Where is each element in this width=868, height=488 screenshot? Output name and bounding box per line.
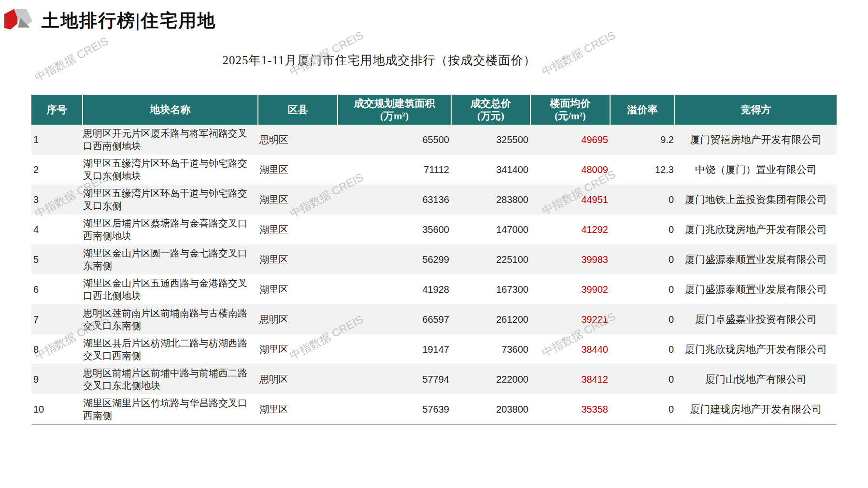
cell-total-price: 225100 — [452, 254, 531, 265]
cell-total-price: 147000 — [452, 224, 531, 235]
cell-winner: 厦门卓盛嘉业投资有限公司 — [675, 313, 837, 326]
cell-district: 思明区 — [258, 133, 338, 146]
cell-index: 8 — [31, 344, 83, 355]
cell-total-price: 341400 — [452, 164, 531, 175]
cell-district: 湖里区 — [258, 223, 338, 236]
cell-area: 35600 — [338, 224, 452, 235]
watermark: 中指数据 CREIS — [539, 21, 631, 79]
cell-area: 19147 — [338, 344, 452, 355]
watermark: 中指数据 CREIS — [287, 21, 379, 79]
table-body: 1 思明区开元片区厦禾路与将军祠路交叉口西南侧地块 思明区 65500 3255… — [31, 125, 837, 425]
cell-index: 6 — [31, 284, 83, 295]
column-header-unit: (元/m²) — [555, 110, 586, 122]
cell-index: 9 — [31, 374, 83, 385]
cell-district: 湖里区 — [258, 193, 338, 206]
table-subtitle: 2025年1-11月厦门市住宅用地成交排行（按成交楼面价） — [31, 52, 727, 68]
cell-plot-name: 湖里区金山片区五通西路与金港路交叉口西北侧地块 — [83, 277, 258, 302]
creis-logo — [4, 8, 35, 33]
cell-winner: 厦门贸禧房地产开发有限公司 — [675, 133, 837, 146]
column-header-label: 竞得方 — [741, 103, 771, 116]
cell-district: 思明区 — [258, 313, 338, 326]
cell-index: 7 — [31, 314, 83, 325]
cell-plot-name: 湖里区后埔片区蔡塘路与金喜路交叉口西南侧地块 — [83, 217, 258, 243]
cell-winner: 厦门兆欣珑房地产开发有限公司 — [675, 223, 837, 236]
cell-area: 57794 — [338, 374, 452, 385]
cell-premium-rate: 0 — [611, 374, 675, 385]
table-row: 4 湖里区后埔片区蔡塘路与金喜路交叉口西南侧地块 湖里区 35600 14700… — [31, 215, 837, 244]
cell-area: 63136 — [338, 194, 452, 205]
cell-district: 湖里区 — [258, 343, 338, 356]
column-header-plot-name: 地块名称 — [83, 95, 258, 125]
cell-plot-name: 湖里区五缘湾片区环岛干道与钟宅路交叉口东侧地块 — [83, 157, 258, 183]
logo-shapes-icon — [4, 8, 35, 31]
page-title: 土地排行榜|住宅用地 — [42, 9, 216, 33]
cell-total-price: 261200 — [452, 314, 531, 325]
cell-index: 5 — [31, 254, 83, 265]
cell-plot-name: 湖里区金山片区圆一路与金七路交叉口东南侧 — [83, 247, 258, 273]
cell-premium-rate: 0 — [611, 404, 675, 415]
cell-winner: 厦门地铁上盖投资集团有限公司 — [675, 193, 837, 206]
cell-premium-rate: 0 — [611, 284, 675, 295]
cell-district: 思明区 — [258, 373, 338, 386]
cell-floor-price: 38440 — [531, 344, 611, 355]
cell-winner: 厦门建珑房地产开发有限公司 — [675, 402, 837, 416]
table-row: 2 湖里区五缘湾片区环岛干道与钟宅路交叉口东侧地块 湖里区 71112 3414… — [31, 155, 837, 185]
land-ranking-table: 序号 地块名称 区县 成交规划建筑面积 (万m²) 成交总价 (万元) 楼面均价… — [31, 95, 837, 425]
table-row: 7 思明区莲前南片区前埔南路与古楼南路交叉口东南侧 思明区 66597 2612… — [31, 304, 837, 334]
cell-district: 湖里区 — [258, 163, 338, 176]
column-header-label: 楼面均价 — [550, 97, 591, 110]
cell-area: 65500 — [338, 134, 452, 145]
cell-floor-price: 44951 — [531, 194, 611, 205]
cell-index: 3 — [31, 194, 83, 205]
table-row: 8 湖里区县后片区枋湖北二路与枋湖西路交叉口西南侧 湖里区 19147 7360… — [31, 334, 837, 364]
cell-premium-rate: 0 — [611, 314, 675, 325]
table-row: 3 湖里区五缘湾片区环岛干道与钟宅路交叉口东侧 湖里区 63136 283800… — [31, 185, 837, 215]
cell-area: 41928 — [338, 284, 452, 295]
cell-area: 57639 — [338, 404, 452, 415]
cell-floor-price: 39983 — [531, 254, 611, 265]
cell-premium-rate: 12.3 — [611, 164, 675, 175]
column-header-winner: 竞得方 — [675, 95, 837, 125]
cell-floor-price: 39902 — [531, 284, 611, 295]
cell-area: 66597 — [338, 314, 452, 325]
column-header-area: 成交规划建筑面积 (万m²) — [338, 95, 452, 125]
column-header-index: 序号 — [31, 95, 83, 125]
cell-total-price: 283800 — [452, 194, 531, 205]
cell-district: 湖里区 — [258, 403, 338, 416]
cell-premium-rate: 0 — [611, 254, 675, 265]
column-header-label: 溢价率 — [627, 103, 658, 116]
cell-total-price: 325500 — [452, 134, 531, 145]
column-header-label: 成交总价 — [470, 97, 511, 110]
cell-floor-price: 35358 — [531, 404, 611, 415]
report-slide: 土地排行榜|住宅用地 2025年1-11月厦门市住宅用地成交排行（按成交楼面价）… — [0, 0, 868, 488]
cell-total-price: 167300 — [452, 284, 531, 295]
cell-floor-price: 38412 — [531, 374, 611, 385]
cell-total-price: 203800 — [452, 404, 531, 415]
cell-area: 56299 — [338, 254, 452, 265]
cell-plot-name: 湖里区县后片区枋湖北二路与枋湖西路交叉口西南侧 — [83, 337, 258, 362]
column-header-district: 区县 — [258, 95, 338, 125]
cell-plot-name: 思明区开元片区厦禾路与将军祠路交叉口西南侧地块 — [83, 127, 258, 153]
column-header-premium-rate: 溢价率 — [611, 95, 675, 125]
cell-floor-price: 49695 — [531, 134, 611, 145]
column-header-label: 地块名称 — [150, 103, 191, 116]
cell-floor-price: 39221 — [531, 314, 611, 325]
cell-district: 湖里区 — [258, 283, 338, 296]
table-row: 1 思明区开元片区厦禾路与将军祠路交叉口西南侧地块 思明区 65500 3255… — [31, 125, 837, 155]
cell-plot-name: 思明区莲前南片区前埔南路与古楼南路交叉口东南侧 — [83, 307, 258, 332]
cell-floor-price: 48009 — [531, 164, 611, 175]
cell-plot-name: 湖里区五缘湾片区环岛干道与钟宅路交叉口东侧 — [83, 187, 258, 213]
cell-plot-name: 湖里区湖里片区竹坑路与华昌路交叉口西南侧 — [83, 397, 258, 422]
cell-winner: 厦门盛源泰顺置业发展有限公司 — [675, 253, 837, 266]
column-header-label: 区县 — [288, 103, 308, 116]
column-header-total-price: 成交总价 (万元) — [452, 95, 531, 125]
cell-plot-name: 思明区前埔片区前埔中路与前埔西二路交叉口东北侧地块 — [83, 367, 258, 392]
cell-winner: 厦门山悦地产有限公司 — [675, 373, 837, 386]
table-row: 10 湖里区湖里片区竹坑路与华昌路交叉口西南侧 湖里区 57639 203800… — [31, 394, 837, 424]
table-row: 9 思明区前埔片区前埔中路与前埔西二路交叉口东北侧地块 思明区 57794 22… — [31, 364, 837, 394]
cell-premium-rate: 0 — [611, 224, 675, 235]
cell-winner: 中饶（厦门）置业有限公司 — [675, 163, 837, 176]
cell-district: 湖里区 — [258, 253, 338, 266]
column-header-unit: (万m²) — [380, 110, 409, 122]
column-header-label: 成交规划建筑面积 — [354, 97, 435, 110]
